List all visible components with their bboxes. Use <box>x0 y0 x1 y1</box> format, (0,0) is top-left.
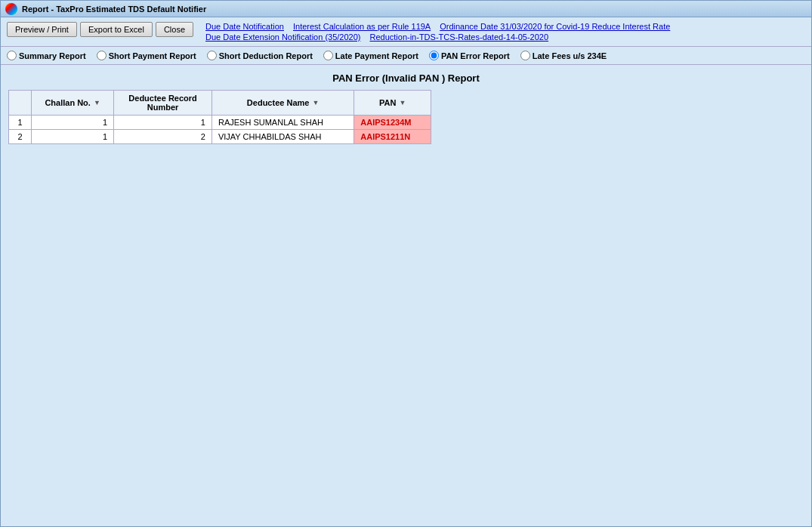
pan-header: PAN ▼ <box>354 91 431 116</box>
pan-error-label: PAN Error Report <box>441 51 510 60</box>
row-num-cell: 2 <box>9 130 32 144</box>
pan-cell: AAIPS1234M <box>354 116 431 130</box>
deductee-record-cell: 1 <box>114 116 212 130</box>
summary-report-radio[interactable] <box>7 51 17 60</box>
ordinance-date-link[interactable]: Ordinance Date 31/03/2020 for Covid-19 R… <box>440 22 670 31</box>
late-fees-radio-label[interactable]: Late Fees u/s 234E <box>520 51 607 60</box>
challan-no-cell: 1 <box>32 130 114 144</box>
short-payment-radio-label[interactable]: Short Payment Report <box>97 51 196 60</box>
title-bar: Report - TaxPro Estimated TDS Default No… <box>1 1 811 17</box>
pan-filter-icon[interactable]: ▼ <box>399 99 406 106</box>
app-icon <box>5 3 17 15</box>
interest-calculation-link[interactable]: Interest Calculation as per Rule 119A <box>293 22 431 31</box>
pan-cell: AAIPS1211N <box>354 130 431 144</box>
row-num-cell: 1 <box>9 116 32 130</box>
summary-report-radio-label[interactable]: Summary Report <box>7 51 86 60</box>
deductee-name-filter-icon[interactable]: ▼ <box>312 99 319 106</box>
pan-error-table: Challan No. ▼ Deductee RecordNumber Dedu… <box>8 90 431 144</box>
links-row-2: Due Date Extension Notification (35/2020… <box>205 32 670 42</box>
preview-print-button[interactable]: Preview / Print <box>7 22 77 37</box>
late-payment-radio-label[interactable]: Late Payment Report <box>323 51 418 60</box>
short-deduction-radio[interactable] <box>207 51 217 60</box>
deductee-name-header: Deductee Name ▼ <box>211 91 354 116</box>
summary-report-label: Summary Report <box>19 51 86 60</box>
short-payment-radio[interactable] <box>97 51 107 60</box>
deductee-name-cell: RAJESH SUMANLAL SHAH <box>211 116 354 130</box>
pan-error-radio[interactable] <box>429 51 439 60</box>
close-button[interactable]: Close <box>156 22 193 37</box>
export-excel-button[interactable]: Export to Excel <box>80 22 153 37</box>
late-fees-radio[interactable] <box>520 51 530 60</box>
due-date-extension-link[interactable]: Due Date Extension Notification (35/2020… <box>205 32 360 42</box>
toolbar: Preview / Print Export to Excel Close Du… <box>1 17 811 47</box>
short-payment-label: Short Payment Report <box>109 51 196 60</box>
challan-no-header: Challan No. ▼ <box>32 91 114 116</box>
deductee-record-header: Deductee RecordNumber <box>114 91 212 116</box>
toolbar-buttons: Preview / Print Export to Excel Close <box>7 22 193 37</box>
late-payment-label: Late Payment Report <box>335 51 418 60</box>
due-date-notification-link[interactable]: Due Date Notification <box>205 22 284 31</box>
late-payment-radio[interactable] <box>323 51 333 60</box>
radio-bar: Summary Report Short Payment Report Shor… <box>1 47 811 65</box>
links-row-1: Due Date Notification Interest Calculati… <box>205 22 670 31</box>
challan-filter-icon[interactable]: ▼ <box>94 99 100 106</box>
main-content: PAN Error (Invalid PAN ) Report Challan … <box>1 65 811 526</box>
main-window: Report - TaxPro Estimated TDS Default No… <box>0 0 812 527</box>
window-title: Report - TaxPro Estimated TDS Default No… <box>22 5 206 14</box>
challan-no-cell: 1 <box>32 116 114 130</box>
deductee-record-cell: 2 <box>114 130 212 144</box>
header-row-num <box>9 91 32 116</box>
reduction-tds-link[interactable]: Reduction-in-TDS-TCS-Rates-dated-14-05-2… <box>369 32 548 42</box>
table-row: 212VIJAY CHHABILDAS SHAHAAIPS1211N <box>9 130 431 144</box>
report-title: PAN Error (Invalid PAN ) Report <box>8 72 804 84</box>
short-deduction-label: Short Deduction Report <box>219 51 313 60</box>
deductee-name-cell: VIJAY CHHABILDAS SHAH <box>211 130 354 144</box>
pan-error-radio-label[interactable]: PAN Error Report <box>429 51 510 60</box>
short-deduction-radio-label[interactable]: Short Deduction Report <box>207 51 313 60</box>
late-fees-label: Late Fees u/s 234E <box>533 51 607 60</box>
links-area: Due Date Notification Interest Calculati… <box>205 22 670 42</box>
table-row: 111RAJESH SUMANLAL SHAHAAIPS1234M <box>9 116 431 130</box>
